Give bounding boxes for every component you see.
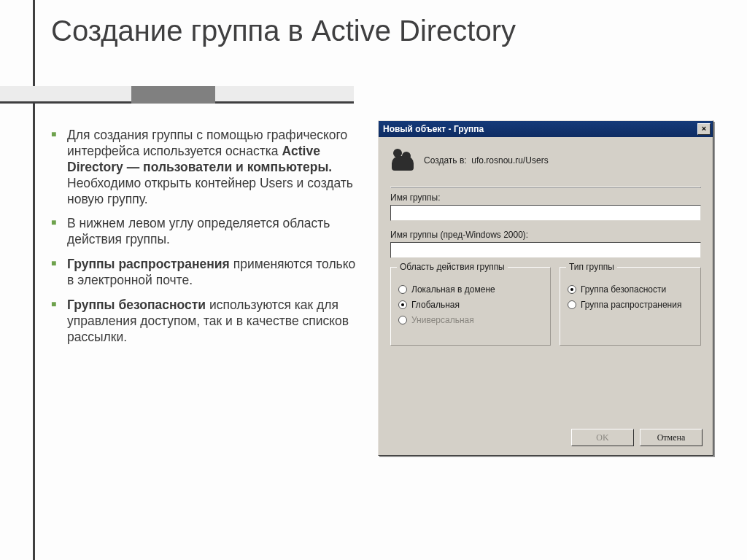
radio-label: Группа безопасности (581, 284, 666, 295)
bullet-item: В нижнем левом углу определяется область… (51, 216, 364, 248)
bullet-text: Необходимо открыть контейнер Users и соз… (67, 176, 353, 206)
radio-icon (568, 300, 576, 309)
create-in-label: Создать в: (424, 155, 467, 166)
bullet-item: Для создания группы с помощью графическо… (51, 128, 364, 207)
group-prewin2000-field: Имя группы (пред-Windows 2000): (390, 230, 701, 258)
radio-label: Глобальная (411, 300, 460, 310)
type-fieldset: Тип группы Группа безопасности Группа ра… (560, 267, 701, 346)
scope-legend: Область действия группы (397, 262, 508, 272)
radio-label: Локальная в домене (411, 284, 495, 295)
bullet-bold: Группы распространения (67, 257, 230, 271)
dialog-button-row: OK Отмена (571, 429, 703, 446)
radio-label: Универсальная (411, 315, 474, 325)
option-groups: Область действия группы Локальная в доме… (390, 267, 701, 346)
dialog-titlebar[interactable]: Новый объект - Группа × (379, 121, 713, 137)
divider (390, 187, 701, 188)
create-in-row: Создать в: ufo.rosnou.ru/Users (390, 147, 701, 174)
create-in-value: ufo.rosnou.ru/Users (471, 155, 548, 166)
type-option-distribution[interactable]: Группа распространения (568, 300, 693, 310)
cancel-button[interactable]: Отмена (640, 429, 703, 446)
radio-icon (398, 300, 407, 309)
dialog-body: Создать в: ufo.rosnou.ru/Users Имя групп… (379, 137, 713, 356)
presentation-slide: Создание группа в Active Directory Для с… (0, 0, 747, 560)
type-option-security[interactable]: Группа безопасности (568, 284, 693, 295)
bullet-bold: Группы безопасности (67, 298, 206, 312)
radio-icon (568, 285, 576, 294)
bullet-list: Для создания группы с помощью графическо… (51, 128, 364, 346)
bullet-text: В нижнем левом углу определяется область… (67, 216, 330, 246)
scope-fieldset: Область действия группы Локальная в доме… (390, 267, 551, 346)
scope-option-domain-local[interactable]: Локальная в домене (398, 284, 543, 295)
text-content: Для создания группы с помощью графическо… (51, 128, 364, 538)
group-name-label: Имя группы: (390, 192, 701, 203)
close-button[interactable]: × (697, 123, 711, 135)
bullet-item: Группы распространения применяются тольк… (51, 257, 364, 289)
radio-icon (398, 316, 407, 324)
group-prewin2000-label: Имя группы (пред-Windows 2000): (390, 230, 701, 240)
scope-option-universal: Универсальная (398, 315, 543, 325)
group-name-input[interactable] (390, 205, 701, 221)
scope-option-global[interactable]: Глобальная (398, 300, 543, 310)
new-group-dialog: Новый объект - Группа × Создать в: ufo.r… (378, 120, 713, 456)
group-name-field: Имя группы: (390, 192, 701, 221)
create-in-text: Создать в: ufo.rosnou.ru/Users (424, 155, 549, 166)
ok-button[interactable]: OK (571, 429, 634, 446)
accent-horizontal (0, 86, 354, 104)
group-icon (390, 147, 417, 174)
close-icon: × (702, 124, 706, 133)
radio-label: Группа распространения (581, 300, 682, 310)
accent-vertical (33, 0, 35, 560)
type-legend: Тип группы (566, 262, 617, 272)
group-prewin2000-input[interactable] (390, 242, 701, 258)
bullet-item: Группы безопасности используются как для… (51, 298, 364, 346)
dialog-title: Новый объект - Группа (383, 124, 484, 134)
slide-title: Создание группа в Active Directory (0, 0, 747, 55)
radio-icon (398, 285, 407, 294)
